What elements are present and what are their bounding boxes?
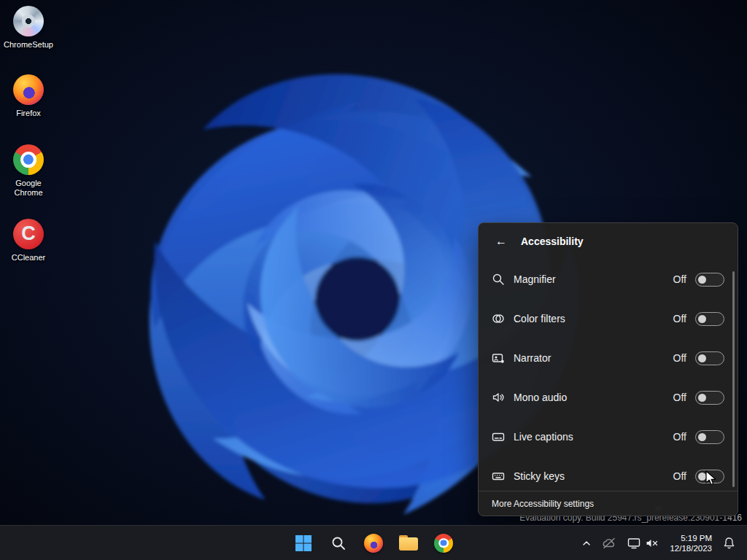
toggle-state-label: Off [673, 313, 686, 324]
sticky-keys-toggle[interactable] [695, 470, 724, 483]
panel-title: Accessibility [521, 236, 584, 247]
toggle-state-label: Off [673, 352, 686, 364]
accessibility-rows: Magnifier Off Color filters Off Narrator… [479, 260, 738, 496]
color-filters-toggle[interactable] [695, 312, 724, 326]
clock-time: 5:19 PM [670, 533, 712, 543]
network-volume-button[interactable] [623, 530, 663, 556]
search-icon [330, 535, 347, 551]
desktop-icon-chromesetup[interactable]: ChromeSetup [1, 6, 56, 50]
hidden-icons-button[interactable] [578, 530, 595, 556]
row-label: Sticky keys [514, 470, 673, 482]
firefox-icon [364, 534, 383, 553]
taskbar: 5:19 PM 12/18/2023 [0, 525, 747, 560]
chrome-icon [13, 144, 44, 175]
cloud-offline-icon [602, 537, 616, 549]
more-accessibility-settings-link[interactable]: More Accessibility settings [479, 491, 738, 516]
row-label: Magnifier [514, 273, 673, 285]
search-button[interactable] [325, 529, 352, 557]
cloud-offline-button[interactable] [597, 530, 621, 556]
row-sticky-keys: Sticky keys Off [492, 456, 724, 496]
panel-header: ← Accessibility [479, 223, 738, 260]
magnifier-toggle[interactable] [695, 273, 724, 287]
desktop-icon-label: Firefox [16, 109, 41, 118]
toggle-state-label: Off [673, 392, 686, 403]
system-tray: 5:19 PM 12/18/2023 [578, 526, 747, 560]
back-arrow-icon[interactable]: ← [492, 232, 511, 251]
toggle-knob [698, 276, 706, 284]
desktop-icon-firefox[interactable]: Firefox [1, 74, 56, 118]
clock-date: 12/18/2023 [670, 543, 712, 553]
row-color-filters: Color filters Off [492, 299, 724, 338]
live-captions-icon [492, 430, 514, 443]
notification-center-button[interactable] [719, 530, 740, 556]
desktop-icon-label: Google Chrome [2, 179, 55, 198]
toggle-state-label: Off [673, 273, 686, 285]
row-narrator: Narrator Off [492, 338, 724, 378]
start-button[interactable] [290, 529, 317, 557]
mono-audio-toggle[interactable] [695, 391, 724, 405]
magnifier-icon [492, 273, 514, 286]
display-icon [627, 537, 640, 549]
toggle-knob [698, 354, 706, 362]
taskbar-firefox-button[interactable] [360, 529, 387, 557]
row-magnifier: Magnifier Off [492, 260, 724, 299]
row-label: Live captions [514, 431, 673, 443]
firefox-icon [13, 74, 44, 105]
toggle-knob [698, 433, 706, 441]
bell-icon [723, 537, 735, 550]
toggle-knob [698, 394, 706, 402]
row-mono-audio: Mono audio Off [492, 378, 724, 417]
desktop-icon-label: ChromeSetup [4, 40, 53, 50]
row-live-captions: Live captions Off [492, 417, 724, 456]
desktop-icon-ccleaner[interactable]: C CCleaner [1, 219, 56, 262]
windows-logo-icon [295, 534, 312, 552]
toggle-state-label: Off [673, 470, 686, 482]
row-label: Color filters [514, 313, 673, 324]
narrator-toggle[interactable] [695, 351, 724, 365]
accessibility-flyout-panel: ← Accessibility Magnifier Off Color filt… [478, 222, 738, 516]
narrator-icon [492, 351, 514, 365]
toggle-knob [698, 472, 706, 481]
row-label: Mono audio [514, 392, 673, 403]
volume-muted-icon [646, 537, 659, 549]
panel-scrollbar[interactable] [732, 271, 735, 487]
sticky-keys-icon [492, 470, 514, 483]
toggle-state-label: Off [673, 431, 686, 443]
taskbar-center-icons [290, 526, 457, 560]
taskbar-chrome-button[interactable] [430, 529, 457, 557]
desktop-icon-google-chrome[interactable]: Google Chrome [1, 144, 56, 198]
chevron-up-icon [582, 539, 591, 548]
cd-disc-icon [13, 6, 44, 36]
ccleaner-icon: C [13, 219, 44, 249]
row-label: Narrator [514, 352, 673, 364]
color-filters-icon [492, 312, 514, 325]
toggle-knob [698, 315, 706, 323]
taskbar-file-explorer-button[interactable] [395, 529, 422, 557]
live-captions-toggle[interactable] [695, 430, 724, 444]
chrome-icon [434, 534, 453, 553]
desktop-icon-label: CCleaner [12, 253, 45, 262]
mono-audio-icon [492, 391, 514, 404]
clock-button[interactable]: 5:19 PM 12/18/2023 [665, 530, 716, 556]
file-explorer-icon [399, 535, 418, 551]
